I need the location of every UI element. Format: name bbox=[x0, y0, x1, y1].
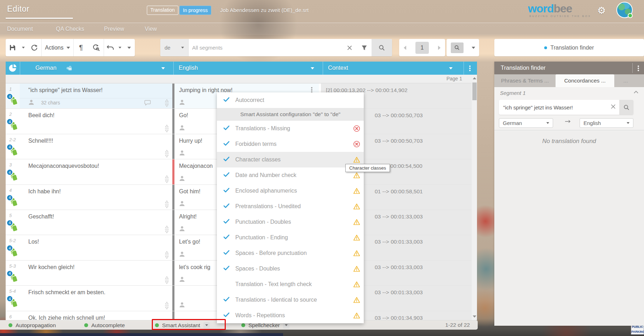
menu-item-autocorrect[interactable]: Autocorrect bbox=[217, 92, 364, 108]
source-cell[interactable]: Los! bbox=[20, 235, 172, 260]
finder-source-language-select[interactable]: German bbox=[499, 118, 553, 128]
save-button[interactable] bbox=[6, 39, 20, 56]
drag-handle-icon[interactable] bbox=[164, 226, 169, 233]
source-cell[interactable]: Schnell!!!! bbox=[20, 134, 172, 159]
statusbar-item-autocomplete[interactable]: Autocomplete bbox=[84, 320, 125, 330]
statusbar-item-autopropagation[interactable]: Autopropagation bbox=[8, 320, 56, 330]
menu-item-date-and-number-check[interactable]: Date and Number check bbox=[217, 167, 364, 183]
kebab-menu-icon[interactable] bbox=[638, 65, 639, 72]
drag-handle-icon[interactable] bbox=[164, 150, 169, 158]
refresh-button[interactable] bbox=[27, 39, 42, 56]
source-cell[interactable]: Ich habe ihn! bbox=[20, 185, 172, 210]
search-language-select[interactable]: de bbox=[160, 39, 189, 56]
pie-chart-icon[interactable] bbox=[9, 64, 17, 72]
chevron-down-icon bbox=[205, 324, 208, 326]
drag-handle-icon[interactable] bbox=[164, 276, 169, 284]
menu-item-punctuation-ending[interactable]: Punctuation - Ending bbox=[217, 230, 364, 245]
warning-icon bbox=[353, 281, 360, 288]
undo-button[interactable] bbox=[104, 39, 117, 56]
statusbar-item-smart-assistant[interactable]: Smart Assistant bbox=[155, 320, 210, 330]
vertical-scrollbar[interactable] bbox=[472, 75, 477, 320]
column-header-context[interactable]: Context bbox=[328, 64, 348, 71]
menu-item-enclosed-alphanumerics[interactable]: Enclosed alphanumerics bbox=[217, 183, 364, 199]
finder-target-language-select[interactable]: English bbox=[580, 118, 633, 128]
menu-item-spaces-doubles[interactable]: Spaces - Doubles bbox=[217, 261, 364, 277]
source-cell[interactable]: Geschafft! bbox=[20, 210, 172, 235]
statusbar-caret[interactable] bbox=[203, 322, 210, 329]
scroll-up-icon[interactable] bbox=[473, 77, 476, 79]
drag-handle-icon[interactable] bbox=[164, 125, 169, 132]
prev-page-button[interactable] bbox=[404, 39, 406, 56]
finder-clear-button[interactable] bbox=[607, 104, 619, 110]
menu-item-character-classes[interactable]: Character classes bbox=[217, 152, 364, 167]
settings-gear-icon[interactable]: ⚙ bbox=[597, 5, 606, 16]
column-header-target[interactable]: English bbox=[179, 64, 198, 71]
nav-item-view[interactable]: View bbox=[145, 26, 157, 32]
source-column-caret[interactable] bbox=[161, 67, 165, 69]
search-button[interactable] bbox=[372, 39, 392, 56]
collapse-chevron-icon[interactable] bbox=[634, 91, 638, 93]
source-cell[interactable]: Mecajonaconaquevosbotou! bbox=[20, 159, 172, 184]
nav-item-qa-checks[interactable]: QA Checks bbox=[56, 26, 84, 32]
formatting-marks-button[interactable]: ¶ bbox=[74, 39, 88, 56]
drag-handle-icon[interactable] bbox=[164, 175, 169, 183]
menu-item-words-repetitions[interactable]: Words - Repetitions bbox=[217, 308, 364, 323]
user-avatar[interactable] bbox=[616, 2, 633, 18]
undo-options-caret[interactable] bbox=[117, 39, 123, 56]
menu-item-punctuation-doubles[interactable]: Punctuation - Doubles bbox=[217, 214, 364, 230]
drag-handle-icon[interactable] bbox=[164, 200, 169, 208]
menu-item-translations-identical-to-source[interactable]: Translations - Identical to source bbox=[217, 292, 364, 308]
context-text: 00:00:54,500 bbox=[390, 163, 422, 169]
comment-icon[interactable] bbox=[144, 100, 151, 106]
menu-item-pretranslations-unedited[interactable]: Pretranslations - Unedited bbox=[217, 199, 364, 214]
nav-item-preview[interactable]: Preview bbox=[104, 26, 124, 32]
search-input[interactable] bbox=[189, 39, 343, 56]
tab--[interactable]: ... bbox=[614, 74, 637, 87]
statusbar-item-label: Smart Assistant bbox=[162, 322, 200, 329]
find-replace-button[interactable] bbox=[88, 39, 104, 56]
page-options-caret[interactable] bbox=[472, 39, 475, 56]
green-dot-icon bbox=[84, 323, 88, 327]
drag-handle-icon[interactable] bbox=[164, 302, 169, 309]
source-cell[interactable]: Beeil dich! bbox=[20, 109, 172, 133]
scroll-down-icon[interactable] bbox=[473, 315, 476, 318]
source-cell[interactable]: "ich springe" jetzt ins Wasser!32 chars bbox=[20, 84, 172, 108]
source-cell[interactable]: Wir kochen gleich! bbox=[20, 261, 172, 285]
menu-item-forbidden-terms[interactable]: Forbidden terms bbox=[217, 136, 364, 152]
page-indicator-bar: Page 1 bbox=[6, 75, 477, 83]
swap-languages-icon[interactable] bbox=[564, 120, 572, 126]
check-icon bbox=[223, 234, 230, 241]
finder-query-input[interactable] bbox=[499, 104, 607, 110]
statusbar-item-label: Autocomplete bbox=[91, 322, 125, 329]
title-underline bbox=[6, 18, 73, 19]
warning-icon bbox=[353, 219, 360, 226]
scroll-thumb[interactable] bbox=[472, 82, 477, 100]
drag-handle-icon[interactable] bbox=[164, 99, 169, 107]
context-column-caret[interactable] bbox=[449, 67, 453, 69]
redo-options-caret[interactable] bbox=[123, 39, 135, 56]
kebab-menu-icon[interactable] bbox=[469, 65, 471, 72]
menu-item-translations-missing[interactable]: Translations - Missing bbox=[217, 121, 364, 136]
target-column-caret[interactable] bbox=[311, 67, 314, 69]
source-cell[interactable]: Ok. Ich ziehe mich schnell um! bbox=[20, 311, 172, 320]
tab-concordances-[interactable]: Concordances ... bbox=[556, 74, 614, 87]
nav-item-document[interactable]: Document bbox=[7, 26, 33, 32]
clear-search-button[interactable] bbox=[343, 39, 357, 56]
menu-item-translation-text-length-check[interactable]: Translation - Text length check bbox=[217, 277, 364, 292]
source-text: Ich habe ihn! bbox=[28, 188, 61, 195]
tab-phrases-terms-[interactable]: Phrases & Terms ... bbox=[494, 74, 556, 87]
current-page[interactable]: 1 bbox=[415, 42, 429, 54]
source-cell[interactable]: Frisch schmeckt er am besten. bbox=[20, 286, 172, 311]
filter-button[interactable] bbox=[357, 39, 372, 56]
actions-dropdown[interactable]: Actions bbox=[42, 39, 73, 56]
save-options-caret[interactable] bbox=[20, 39, 27, 56]
warning-icon bbox=[353, 188, 360, 194]
next-page-button[interactable] bbox=[438, 39, 441, 56]
person-icon bbox=[28, 99, 34, 105]
page-search-button[interactable] bbox=[451, 42, 464, 53]
finder-search-button[interactable] bbox=[619, 100, 633, 115]
menu-item-spaces-before-punctuation[interactable]: Spaces - Before punctuation bbox=[217, 245, 364, 261]
column-header-source[interactable]: German bbox=[35, 64, 57, 71]
drag-handle-icon[interactable] bbox=[164, 251, 169, 259]
translation-finder-toggle[interactable]: Translation finder bbox=[494, 39, 644, 56]
